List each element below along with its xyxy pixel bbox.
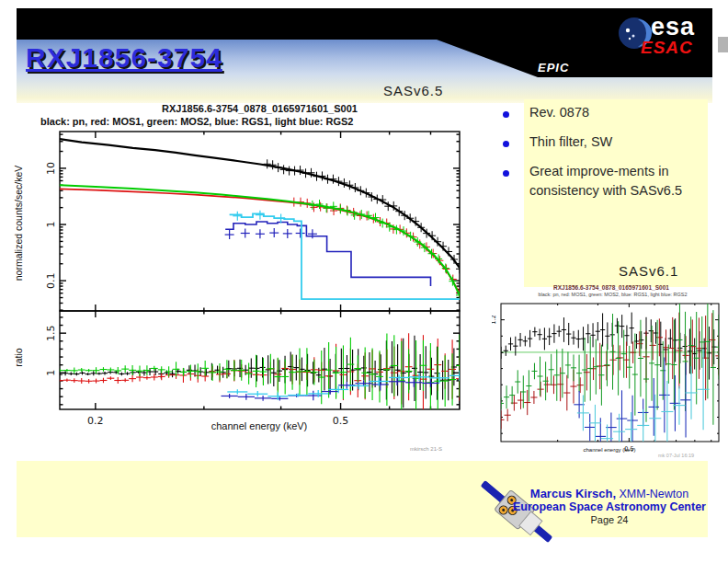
- small-chart-title: RXJ1856.6-3754_0878_0165971601_S001: [501, 284, 722, 291]
- sas-v61-label: SASv6.1: [619, 263, 678, 279]
- footer-page-number: Page 24: [507, 514, 711, 525]
- bullet-icon: [503, 111, 509, 118]
- bullet-icon: [503, 170, 509, 177]
- bullet-item: Thin filter, SW: [529, 132, 706, 152]
- footer-author: Marcus Kirsch, XMM-Newton: [507, 487, 711, 500]
- esac-wordmark: ESAC: [641, 38, 693, 58]
- bullet-item: Great improve-ments in consistency with …: [529, 162, 706, 201]
- slide: RXJ1856-3754 EPIC esa ESAC SASv6.5 SASv6…: [0, 0, 728, 563]
- bullet-item: Rev. 0878: [529, 103, 706, 122]
- scrollbar-thumb[interactable]: [718, 37, 728, 52]
- bullet-icon: [503, 141, 509, 147]
- small-chart-legend: black: pn, red: MOS1, green: MOS2, blue:…: [499, 292, 726, 297]
- svg-text:0.1: 0.1: [45, 272, 57, 289]
- footer-author-mission: XMM-Newton: [616, 488, 688, 500]
- svg-text:1: 1: [45, 370, 57, 376]
- svg-text:1.2: 1.2: [492, 315, 497, 324]
- footer-author-name: Marcus Kirsch,: [530, 487, 616, 500]
- svg-text:0.5: 0.5: [624, 445, 633, 453]
- small-ratio-chart: 0.51.2: [492, 299, 728, 463]
- esa-logo-dot: [629, 38, 631, 40]
- svg-text:0.2: 0.2: [87, 415, 104, 427]
- esa-logo-dot: [626, 29, 630, 32]
- footer-organization: European Space Astronomy Center: [507, 500, 711, 513]
- footer-credits: Marcus Kirsch, XMM-Newton European Space…: [507, 487, 711, 525]
- esa-logo-dot: [632, 35, 635, 38]
- epic-label: EPIC: [538, 61, 569, 75]
- svg-text:10: 10: [45, 162, 57, 175]
- page-title: RXJ1856-3754: [26, 42, 222, 74]
- svg-text:1.5: 1.5: [45, 325, 57, 341]
- svg-text:0.5: 0.5: [333, 415, 349, 427]
- sas-v65-label: SASv6.5: [383, 83, 443, 98]
- svg-text:1: 1: [45, 222, 57, 228]
- main-spectrum-chart: 1010.10.20.51.51: [18, 99, 480, 460]
